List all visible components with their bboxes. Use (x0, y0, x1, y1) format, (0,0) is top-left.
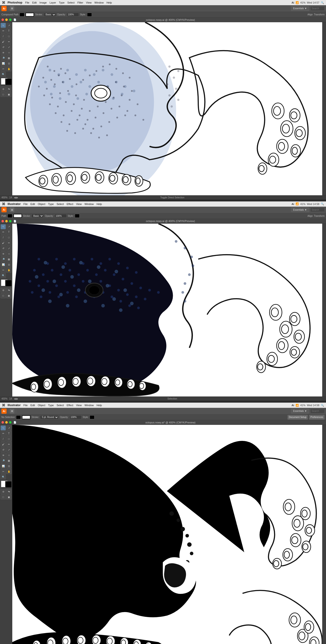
pencil-tool-3[interactable]: ✏ (6, 442, 11, 447)
artboard-tool-2[interactable]: ⊡ (6, 262, 11, 268)
opacity-input-3[interactable] (70, 416, 81, 419)
menu-type-2[interactable]: Type (48, 202, 54, 206)
graph-tool-2[interactable]: 📊 (0, 262, 6, 268)
pencil-tool-2[interactable]: ✏ (6, 240, 11, 246)
fill-swatch-2[interactable] (7, 214, 12, 218)
full-screen-1[interactable]: ▣ (6, 92, 11, 97)
line-tool-1[interactable]: / (0, 34, 6, 39)
opacity-input-1[interactable] (67, 13, 79, 16)
paintbrush-tool-1[interactable]: 🖌 (0, 39, 6, 44)
menu-view-2[interactable]: View (76, 202, 82, 206)
graph-tool-1[interactable]: 📊 (0, 61, 6, 66)
menu-edit-3[interactable]: Edit (30, 404, 35, 407)
free-transform-3[interactable]: ⊹ (6, 452, 11, 458)
close-btn-2[interactable] (1, 220, 4, 222)
selection-tool-2[interactable]: ↖ (0, 224, 6, 229)
line-tool-2[interactable]: / (0, 235, 6, 240)
search-field-3[interactable] (311, 409, 325, 413)
hand-tool-1[interactable]: ✋ (6, 66, 11, 72)
fg-color-2[interactable] (5, 280, 12, 286)
paintbrush-tool-2[interactable]: 🖌 (0, 240, 6, 246)
swap-colors-1[interactable]: ⇆ (6, 86, 11, 92)
menu-type-1[interactable]: Type (59, 1, 64, 4)
menu-window-1[interactable]: Window (94, 1, 104, 4)
minimize-btn-3[interactable] (5, 421, 8, 424)
stroke-select-2[interactable]: Basic (32, 214, 44, 218)
search-field-2[interactable] (311, 208, 325, 212)
scale-tool-3[interactable]: ⤢ (6, 447, 11, 452)
minimize-btn-1[interactable] (5, 18, 8, 21)
menu-object-2[interactable]: Object (38, 202, 45, 206)
shape-tool-2[interactable]: □ (6, 235, 11, 240)
menu-window-2[interactable]: Window (85, 202, 94, 206)
shape-tool-3[interactable]: □ (6, 436, 11, 442)
search-icon-2[interactable]: 🔍 (321, 202, 324, 206)
fg-color-3[interactable] (5, 481, 12, 488)
apple-menu-3[interactable]: ⌘ (2, 403, 5, 407)
warp-tool-1[interactable]: ≋ (0, 50, 6, 55)
screen-mode-1[interactable]: □ (0, 92, 6, 97)
gradient-tool-3[interactable]: ▦ (6, 458, 11, 463)
stroke-swatch-2[interactable] (13, 214, 22, 218)
stroke-swatch-1[interactable] (25, 13, 34, 16)
direct-select-tool-1[interactable]: ↗ (6, 23, 11, 28)
menu-filter-1[interactable]: Filter (77, 1, 83, 4)
color-swatch-3[interactable] (1, 481, 12, 488)
color-swatch-2[interactable] (1, 280, 12, 286)
minimize-btn-2[interactable] (5, 220, 8, 222)
maximize-btn-2[interactable] (9, 220, 11, 222)
screen-mode-2[interactable]: □ (0, 293, 6, 298)
pen-tool-3[interactable]: ✏ (0, 431, 6, 436)
menu-help-1[interactable]: Help (107, 1, 112, 4)
direct-select-tool-3[interactable]: ↗ (6, 425, 11, 430)
pen-tool-2[interactable]: ✏ (0, 230, 6, 235)
search-icon-1[interactable]: 🔍 (321, 1, 324, 4)
pencil-tool-1[interactable]: ✏ (6, 39, 11, 44)
prev-page-1[interactable]: ◀ (14, 196, 16, 199)
warp-tool-2[interactable]: ≋ (0, 251, 6, 256)
toolbar-workspace-3[interactable]: ⊞ (10, 409, 14, 414)
scale-tool-1[interactable]: ⤢ (6, 44, 11, 50)
rotate-tool-1[interactable]: ↺ (0, 44, 6, 50)
opacity-input-2[interactable] (55, 214, 67, 218)
pen-tool-1[interactable]: ✏ (0, 28, 6, 33)
swap-colors-2[interactable]: ⇆ (6, 288, 11, 293)
menu-select-3[interactable]: Select (57, 404, 64, 407)
document-setup-btn-3[interactable]: Document Setup (288, 415, 308, 420)
zoom-tool-1[interactable]: 🔍 (0, 72, 6, 77)
gradient-tool-1[interactable]: ▦ (6, 55, 11, 60)
slice-tool-2[interactable]: ✂ (0, 268, 6, 273)
graph-tool-3[interactable]: 📊 (0, 464, 6, 468)
toolbar-workspace-2[interactable]: ⊞ (10, 207, 14, 212)
screen-mode-3[interactable]: □ (0, 494, 6, 500)
free-transform-1[interactable]: ⊹ (6, 50, 11, 55)
type-tool-2[interactable]: T (6, 230, 11, 235)
slice-tool-1[interactable]: ✂ (0, 66, 6, 72)
type-tool-3[interactable]: T (6, 431, 11, 436)
menu-file-3[interactable]: File (23, 404, 28, 407)
menu-help-2[interactable]: Help (97, 202, 102, 206)
shape-tool-1[interactable]: □ (6, 34, 11, 39)
slice-tool-3[interactable]: ✂ (0, 469, 6, 474)
toolbar-workspace-1[interactable]: ⊞ (10, 6, 14, 11)
hand-tool-3[interactable]: ✋ (6, 469, 11, 474)
direct-select-tool-2[interactable]: ↗ (6, 224, 11, 229)
menu-edit-2[interactable]: Edit (30, 202, 35, 206)
paintbrush-tool-3[interactable]: 🖌 (0, 442, 6, 447)
color-swatch-1[interactable] (1, 78, 12, 85)
eyedropper-tool-1[interactable]: 🔎 (0, 55, 6, 60)
artboard-tool-1[interactable]: ⊡ (6, 61, 11, 66)
full-screen-2[interactable]: ▣ (6, 293, 11, 298)
nav-arrows-1[interactable]: ◀ ▶ (14, 196, 18, 199)
line-tool-3[interactable]: / (0, 436, 6, 442)
menu-file-2[interactable]: File (23, 202, 28, 206)
close-btn-1[interactable] (1, 18, 4, 21)
menu-edit-1[interactable]: Edit (32, 1, 37, 4)
fill-none-2[interactable]: ⊘ (0, 288, 6, 293)
menu-image-1[interactable]: Image (39, 1, 47, 4)
menu-file-1[interactable]: File (25, 1, 29, 4)
menu-type-3[interactable]: Type (48, 404, 54, 407)
menu-view-1[interactable]: View (86, 1, 92, 4)
artboard-tool-3[interactable]: ⊡ (6, 464, 11, 468)
essentials-btn-3[interactable]: Essentials ▼ (291, 409, 309, 414)
